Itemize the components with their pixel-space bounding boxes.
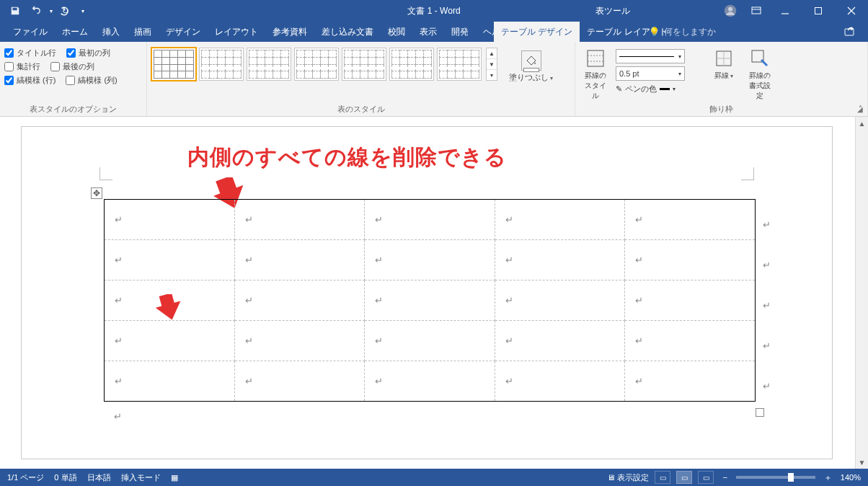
table-styles-gallery: ▲ ▼ ▾ 塗りつぶし [151,45,557,86]
gallery-scroll-down[interactable]: ▼ [487,59,497,70]
chk-header-row[interactable]: タイトル行 [4,48,56,58]
zoom-slider[interactable] [736,476,815,479]
table-cell[interactable]: ↵ [234,280,365,321]
ribbon-display-options-button[interactable] [744,0,769,22]
tell-me-search[interactable]: 💡 [649,22,729,42]
tab-review[interactable]: 校閲 [381,22,412,42]
contextual-tab-title: 表ツール [570,5,656,17]
table-move-handle[interactable]: ✥ [91,187,102,199]
close-button[interactable] [835,0,868,22]
share-button[interactable] [839,22,861,42]
chk-last-column[interactable]: 最後の列 [50,61,94,72]
table-cell[interactable]: ↵ [495,321,625,361]
document-table[interactable]: ↵↵↵↵↵↵↵↵↵↵↵↵↵↵↵↵↵↵↵↵↵↵↵↵↵ [104,199,756,402]
pen-style-dropdown[interactable]: ▾ [616,49,685,63]
redo-button[interactable]: ↻ [58,2,76,19]
tab-developer[interactable]: 開発 [444,22,476,42]
table-cell[interactable]: ↵ [105,240,235,280]
svg-point-1 [728,7,732,12]
table-cell[interactable]: ↵ [625,280,756,321]
table-cell[interactable]: ↵ [365,321,495,361]
tab-view[interactable]: 表示 [412,22,444,42]
table-cell[interactable]: ↵ [495,240,625,280]
tab-mailings[interactable]: 差し込み文書 [314,22,381,42]
table-cell[interactable]: ↵ [625,240,756,280]
table-cell[interactable]: ↵ [365,280,495,321]
maximize-button[interactable] [802,0,835,22]
qat-customize-button[interactable]: ▾ [78,2,88,19]
table-cell[interactable]: ↵ [105,200,235,240]
zoom-level[interactable]: 140% [841,473,861,482]
chk-first-column[interactable]: 最初の列 [66,48,110,58]
tab-draw[interactable]: 描画 [127,22,159,42]
table-cell[interactable]: ↵ [495,361,625,402]
table-cell[interactable]: ↵ [625,361,756,402]
status-page[interactable]: 1/1 ページ [7,472,44,483]
border-styles-button[interactable]: 罫線の スタイル [580,46,611,102]
table-cell[interactable]: ↵ [234,200,365,240]
table-cell[interactable]: ↵ [234,361,365,402]
collapse-ribbon-button[interactable]: ˄ [854,102,867,115]
minimize-button[interactable] [769,0,802,22]
table-style-1[interactable] [151,48,196,81]
tab-file[interactable]: ファイル [6,22,55,42]
tab-home[interactable]: ホーム [55,22,95,42]
table-cell[interactable]: ↵ [365,361,495,402]
save-button[interactable] [6,2,25,19]
table-cell[interactable]: ↵ [625,321,756,361]
scroll-up-button[interactable]: ▲ [856,117,868,130]
tab-layout[interactable]: レイアウト [208,22,265,42]
scroll-down-button[interactable]: ▼ [856,456,868,469]
status-word-count[interactable]: 0 単語 [54,472,76,483]
gallery-scroll: ▲ ▼ ▾ [486,48,497,81]
gallery-scroll-up[interactable]: ▲ [487,48,497,59]
tab-insert[interactable]: 挿入 [95,22,127,42]
tab-table-design[interactable]: テーブル デザイン [494,22,580,42]
table-cell[interactable]: ↵ [105,361,235,402]
document-area[interactable]: 内側のすべての線を削除できる ✥ ↵↵↵↵↵↵↵↵↵↵↵↵↵↵↵↵↵↵↵↵↵↵↵… [0,117,855,469]
vertical-scrollbar[interactable]: ▲ ▼ [855,117,868,469]
table-style-2[interactable] [199,48,244,81]
table-resize-handle[interactable] [756,408,764,417]
shading-button[interactable]: 塗りつぶし [505,48,557,86]
tab-references[interactable]: 参考資料 [265,22,314,42]
group-table-style-options: タイトル行 最初の列 集計行 最後の列 縞模様 (行) 縞模様 (列) 表スタイ… [0,42,147,116]
table-cell[interactable]: ↵ [365,200,495,240]
account-button[interactable] [719,0,741,22]
pen-weight-dropdown[interactable]: 0.5 pt▾ [616,66,685,81]
table-style-3[interactable] [247,48,291,81]
border-painter-button[interactable]: 罫線の 書式設定 [744,46,776,102]
table-cell[interactable]: ↵ [234,321,365,361]
view-read-mode[interactable]: ▭ [655,471,670,484]
display-settings-button[interactable]: 🖥 表示設定 [607,472,649,483]
chk-banded-rows[interactable]: 縞模様 (行) [4,75,56,86]
table-cell[interactable]: ↵ [234,240,365,280]
table-cell[interactable]: ↵ [625,200,756,240]
zoom-out-button[interactable]: − [719,473,730,482]
table-cell[interactable]: ↵ [495,280,625,321]
scroll-track[interactable] [856,130,868,456]
status-insert-mode[interactable]: 挿入モード [121,472,161,483]
gallery-more-button[interactable]: ▾ [487,70,497,80]
zoom-in-button[interactable]: ＋ [821,472,835,483]
view-web-layout[interactable]: ▭ [698,471,714,484]
borders-button[interactable]: 罫線 [708,46,740,82]
chk-banded-cols[interactable]: 縞模様 (列) [66,75,117,86]
undo-more-button[interactable]: ▾ [46,2,56,19]
table-style-4[interactable] [294,48,339,81]
pen-color-button[interactable]: ✎ ペンの色▾ [616,84,685,94]
status-language[interactable]: 日本語 [87,472,111,483]
table-style-5[interactable] [342,48,386,81]
chk-total-row[interactable]: 集計行 [4,61,40,72]
table-style-6[interactable] [389,48,434,81]
table-style-7[interactable] [437,48,482,81]
tab-design[interactable]: デザイン [159,22,208,42]
table-cell[interactable]: ↵ [105,280,235,321]
table-cell[interactable]: ↵ [495,200,625,240]
tell-me-input[interactable] [664,27,729,37]
table-cell[interactable]: ↵ [105,321,235,361]
table-cell[interactable]: ↵ [365,240,495,280]
macro-record-icon[interactable]: ▦ [171,473,178,482]
undo-button[interactable] [26,2,45,19]
view-print-layout[interactable]: ▭ [676,471,692,484]
